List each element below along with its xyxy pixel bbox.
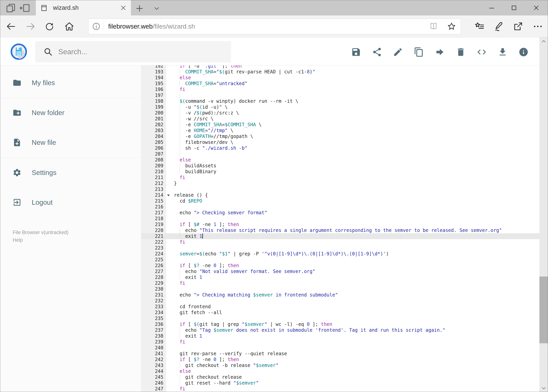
code-line[interactable]: 222 fi (141, 239, 539, 245)
code-line[interactable]: 239 fi (141, 339, 539, 345)
code-line[interactable]: 237 echo "Tag $semver does not exist in … (141, 327, 539, 333)
sidebar-item-my-files[interactable]: My files (13, 77, 55, 88)
share-button[interactable] (372, 47, 382, 57)
favorite-star-icon[interactable] (447, 22, 456, 31)
info-button[interactable] (519, 47, 529, 57)
code-line[interactable]: 201 -w //src \ (141, 116, 539, 122)
site-info-icon[interactable] (92, 22, 101, 31)
sidebar-item-new-file[interactable]: New file (13, 137, 56, 148)
code-line[interactable]: 226 if [ $? -ne 0 ]; then (141, 263, 539, 268)
code-line[interactable]: 208 else (141, 157, 539, 163)
code-line[interactable]: 224 semver=$(echo "$1" | grep -P '^v(0|[… (141, 251, 539, 257)
code-editor[interactable]: 192 if [ -d ".git" ]; then193 COMMIT_SHA… (141, 65, 539, 392)
code-line[interactable]: 229 fi (141, 280, 539, 286)
share-icon[interactable] (513, 21, 523, 32)
code-line[interactable]: 219 if [ $# -ne 1 ]; then (141, 222, 539, 227)
forward-icon[interactable] (26, 21, 35, 31)
download-button[interactable] (498, 47, 508, 57)
code-line[interactable]: 202 -e COMMIT_SHA=$COMMIT_SHA \ (141, 122, 539, 128)
help-link[interactable]: Help (13, 236, 69, 244)
code-line[interactable]: 204 -e GOPATH=//tmp/gopath \ (141, 133, 539, 139)
code-line[interactable]: 236 if [ $(git tag | grep "$semver" | wc… (141, 321, 539, 327)
code-line[interactable]: 240 (141, 345, 539, 351)
code-line[interactable]: 193 COMMIT_SHA="$(git rev-parse HEAD | c… (141, 69, 539, 75)
code-line[interactable]: 223 (141, 245, 539, 251)
scroll-up-icon[interactable] (541, 39, 546, 44)
copy-button[interactable] (414, 47, 424, 57)
code-line[interactable]: 227 echo "Not valid semver format. See s… (141, 268, 539, 274)
reading-view-icon[interactable] (429, 22, 438, 31)
filebrowser-logo-icon[interactable] (10, 43, 28, 61)
code-line[interactable]: 194 else (141, 75, 539, 81)
code-line[interactable]: 198 $(command -v winpty) docker run --rm… (141, 98, 539, 104)
scroll-down-icon[interactable] (541, 386, 546, 391)
code-line[interactable]: 197 (141, 92, 539, 98)
code-line[interactable]: 207 (141, 151, 539, 157)
code-line[interactable]: 200 -v /$(pwd):/src:z \ (141, 110, 539, 116)
code-line[interactable]: 215 cd $REPO (141, 198, 539, 204)
tabs-aside-icon[interactable] (20, 3, 30, 13)
code-line[interactable]: 231 echo "> Checking matching $semver in… (141, 292, 539, 298)
code-line[interactable]: 220 echo "This release script requires a… (141, 227, 539, 233)
code-button[interactable] (477, 47, 487, 57)
sidebar-item-new-folder[interactable]: New folder (13, 107, 64, 118)
code-line[interactable]: 192 if [ -d ".git" ]; then (141, 65, 539, 69)
scrollbar-thumb[interactable] (539, 277, 548, 343)
code-line[interactable]: 241 git rev-parse --verify --quiet relea… (141, 351, 539, 357)
code-line[interactable]: 195 COMMIT_SHA="untracked" (141, 81, 539, 86)
code-line[interactable]: 225 (141, 257, 539, 263)
code-line[interactable]: 206 sh -c "./wizard.sh -b" (141, 145, 539, 151)
code-line[interactable]: 196 fi (141, 86, 539, 92)
tab-list-chevron-icon[interactable] (153, 5, 161, 12)
code-line[interactable]: 230 (141, 286, 539, 292)
search-input[interactable] (58, 41, 231, 63)
code-line[interactable]: 217 echo "> Checking semver format" (141, 210, 539, 216)
address-bar[interactable]: filebrowser.web/files/wizard.sh (88, 19, 461, 34)
tab-preview-icon[interactable] (6, 3, 16, 13)
back-icon[interactable] (6, 21, 16, 31)
code-line[interactable]: 247 fi (141, 386, 539, 392)
code-line[interactable]: 218 (141, 216, 539, 222)
edit-button[interactable] (393, 47, 403, 57)
code-line[interactable]: 212} (141, 181, 539, 186)
code-line[interactable]: 238 exit 1 (141, 333, 539, 339)
save-button[interactable] (351, 47, 361, 57)
code-line[interactable]: 244 else (141, 368, 539, 374)
move-button[interactable] (435, 47, 445, 57)
minimize-button[interactable] (482, 2, 501, 14)
page-scrollbar[interactable] (539, 37, 548, 392)
new-tab-icon[interactable] (135, 4, 144, 13)
code-line[interactable]: 243 git checkout -b release "$semver" (141, 363, 539, 368)
home-icon[interactable] (64, 21, 74, 31)
code-line[interactable]: 232 (141, 298, 539, 304)
code-line[interactable]: 235 (141, 315, 539, 321)
maximize-button[interactable] (504, 2, 524, 14)
code-line[interactable]: 246 git reset --hard "$semver" (141, 380, 539, 386)
sidebar-item-logout[interactable]: Logout (13, 197, 53, 208)
code-line[interactable]: 205 filebrowser/dev \ (141, 139, 539, 145)
close-window-button[interactable] (527, 2, 546, 14)
code-line[interactable]: 245 git checkout release (141, 374, 539, 380)
close-tab-icon[interactable] (120, 5, 127, 11)
url-text[interactable]: filebrowser.web/files/wizard.sh (108, 23, 429, 30)
code-line[interactable]: 214release () { (141, 192, 539, 198)
code-line[interactable]: 199 -u "$(id -u)" \ (141, 104, 539, 110)
code-line[interactable]: 203 -e HOME="//tmp" \ (141, 128, 539, 133)
code-line[interactable]: 211 fi (141, 175, 539, 181)
search-box[interactable] (35, 41, 231, 63)
sidebar-item-settings[interactable]: Settings (13, 167, 56, 178)
delete-button[interactable] (456, 47, 466, 57)
code-line[interactable]: 221 exit 1 (141, 233, 539, 239)
code-line[interactable]: 228 exit 1 (141, 274, 539, 280)
code-line[interactable]: 210 buildBinary (141, 169, 539, 175)
hub-icon[interactable] (474, 21, 485, 32)
code-line[interactable]: 234 git fetch --all (141, 310, 539, 315)
code-line[interactable]: 242 if [ $? -ne 0 ]; then (141, 357, 539, 363)
code-line[interactable]: 213 (141, 186, 539, 192)
browser-tab[interactable]: wizard.sh (36, 0, 131, 15)
code-line[interactable]: 209 buildAssets (141, 163, 539, 169)
code-line[interactable]: 216 (141, 204, 539, 210)
annotate-icon[interactable] (494, 21, 504, 32)
code-line[interactable]: 233 cd frontend (141, 304, 539, 310)
more-icon[interactable] (533, 21, 543, 32)
